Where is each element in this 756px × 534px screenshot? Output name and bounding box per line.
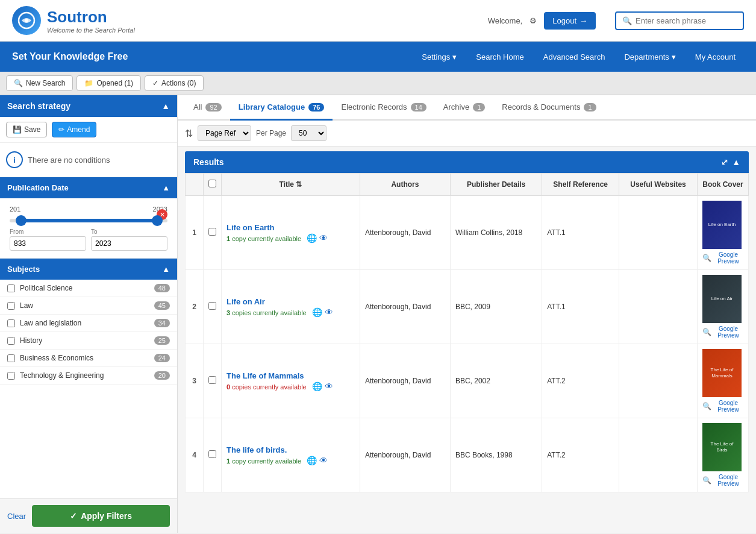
row-select-checkbox[interactable]: [208, 302, 216, 310]
actions-button[interactable]: ✓ Actions (0): [145, 75, 204, 91]
amend-button[interactable]: ✏ Amend: [52, 122, 96, 137]
subjects-label: Subjects: [7, 265, 40, 274]
eye-icon[interactable]: 👁: [319, 456, 328, 465]
google-preview-link[interactable]: 🔍 Google Preview: [702, 325, 743, 339]
nav-item-advanced-search[interactable]: Advanced Search: [535, 48, 614, 66]
eye-icon[interactable]: 👁: [325, 307, 333, 317]
slider-thumb-right[interactable]: [152, 215, 163, 226]
subject-checkbox[interactable]: [7, 372, 15, 380]
pub-date-header: Publication Date ▲: [0, 177, 177, 198]
google-preview-link[interactable]: 🔍 Google Preview: [702, 474, 743, 487]
sort-select[interactable]: Page Ref Title Author Date: [198, 125, 251, 141]
search-strategy-chevron-icon[interactable]: ▲: [161, 101, 170, 111]
logo-icon: [12, 6, 41, 35]
apply-filters-button[interactable]: ✓ Apply Filters: [32, 505, 170, 527]
globe-icon[interactable]: 🌐: [307, 456, 317, 465]
google-preview-link[interactable]: 🔍 Google Preview: [702, 400, 743, 413]
globe-icon[interactable]: 🌐: [312, 307, 322, 317]
clear-link[interactable]: Clear: [7, 512, 26, 521]
subject-checkbox[interactable]: [7, 319, 15, 327]
cover-text: The Life of Mammals: [705, 367, 739, 379]
eye-icon[interactable]: 👁: [325, 382, 333, 391]
row-select-checkbox[interactable]: [208, 450, 216, 458]
save-button[interactable]: 💾 Save: [6, 122, 47, 137]
globe-icon[interactable]: 🌐: [312, 382, 322, 391]
collapse-icon[interactable]: ▲: [732, 157, 740, 167]
select-all-checkbox[interactable]: [208, 180, 216, 187]
row-author-cell: Attenborough, David: [360, 270, 450, 344]
search-strategy-label: Search strategy: [7, 101, 70, 111]
range-labels: 201 2023: [10, 206, 167, 213]
search-icon: 🔍: [622, 16, 632, 25]
google-preview-label: Google Preview: [713, 400, 743, 413]
subject-label: Law and legislation: [20, 319, 149, 327]
date-to-input[interactable]: [91, 236, 167, 251]
tab-records-&-documents[interactable]: Records & Documents 1: [493, 95, 604, 121]
subjects-list: Political Science 48 Law 45 Law and legi…: [0, 280, 177, 385]
nav-item-search-home[interactable]: Search Home: [467, 48, 532, 66]
book-cover[interactable]: Life on Air: [702, 275, 742, 323]
row-cover-cell: The Life of Birds 🔍 Google Preview: [698, 418, 749, 492]
book-cover[interactable]: The Life of Birds: [702, 423, 742, 471]
row-select-checkbox[interactable]: [208, 228, 216, 236]
slider-fill: [17, 219, 160, 222]
apply-label: Apply Filters: [81, 511, 132, 521]
logout-button[interactable]: Logout →: [544, 12, 596, 30]
row-author-cell: Attenborough, David: [360, 196, 450, 270]
date-from-input[interactable]: [10, 236, 86, 251]
slider-thumb-left[interactable]: [16, 215, 27, 226]
row-select-checkbox[interactable]: [208, 376, 216, 384]
sort-title-icon[interactable]: ⇅: [296, 180, 302, 189]
search-input[interactable]: [636, 16, 737, 25]
book-cover[interactable]: The Life of Mammals: [702, 349, 742, 397]
results-container: Results ⤢ ▲ Title ⇅ Au: [178, 146, 756, 497]
nav-item-departments[interactable]: Departments ▾: [616, 48, 684, 66]
nav-item-my-account[interactable]: My Account: [687, 48, 744, 66]
nav-item-settings[interactable]: Settings ▾: [413, 48, 465, 66]
header-right: Welcome, ⚙ Logout → 🔍: [488, 11, 744, 30]
subject-label: Political Science: [20, 284, 149, 292]
subject-checkbox[interactable]: [7, 354, 15, 362]
subject-checkbox[interactable]: [7, 302, 15, 310]
sort-icon[interactable]: ⇅: [185, 128, 193, 139]
book-title[interactable]: Life on Air: [226, 297, 355, 306]
tab-all[interactable]: All 92: [185, 95, 230, 121]
subjects-chevron-icon[interactable]: ▲: [162, 265, 170, 274]
tab-library-catalogue[interactable]: Library Catalogue 76: [230, 95, 333, 121]
pub-date-chevron-icon[interactable]: ▲: [162, 183, 170, 192]
date-to-group: To: [91, 228, 167, 251]
row-author-cell: Attenborough, David: [360, 418, 450, 492]
google-preview-icon: 🔍: [702, 476, 711, 485]
subject-checkbox[interactable]: [7, 337, 15, 345]
results-tbody: 1 Life on Earth 1 copy currently availab…: [186, 196, 749, 492]
gear-icon[interactable]: ⚙: [530, 16, 537, 25]
google-preview-link[interactable]: 🔍 Google Preview: [702, 251, 743, 265]
book-title[interactable]: Life on Earth: [226, 223, 355, 232]
opened-label: Opened (1): [96, 79, 133, 87]
tab-archive[interactable]: Archive 1: [435, 95, 493, 121]
row-checkbox-cell: [204, 344, 222, 418]
author-name: Attenborough, David: [365, 303, 431, 311]
per-page-select[interactable]: 10 25 50 100: [291, 125, 326, 141]
row-cover-cell: Life on Air 🔍 Google Preview: [698, 270, 749, 344]
availability: 1 copy currently available 🌐 👁: [226, 456, 355, 465]
avail-text: copy currently available: [232, 457, 301, 465]
tabs-container: All 92Library Catalogue 76Electronic Rec…: [185, 95, 605, 119]
tab-count: 76: [308, 103, 324, 112]
book-title[interactable]: The Life of Mammals: [226, 371, 355, 380]
subject-checkbox[interactable]: [7, 284, 15, 292]
globe-icon[interactable]: 🌐: [307, 233, 317, 243]
date-to-label: To: [91, 228, 167, 235]
results-header: Results ⤢ ▲: [185, 151, 749, 173]
book-title[interactable]: The life of birds.: [226, 445, 355, 454]
content-area: All 92Library Catalogue 76Electronic Rec…: [178, 95, 756, 533]
avail-icons: 🌐 👁: [307, 233, 328, 243]
new-search-button[interactable]: 🔍 New Search: [6, 75, 73, 91]
eye-icon[interactable]: 👁: [319, 233, 328, 243]
opened-button[interactable]: 📁 Opened (1): [77, 75, 141, 91]
tab-electronic-records[interactable]: Electronic Records 14: [333, 95, 434, 121]
book-cover[interactable]: Life on Earth: [702, 201, 742, 249]
expand-icon[interactable]: ⤢: [721, 157, 728, 167]
settings-chevron-icon: ▾: [452, 52, 457, 61]
avail-icons: 🌐 👁: [307, 456, 328, 465]
